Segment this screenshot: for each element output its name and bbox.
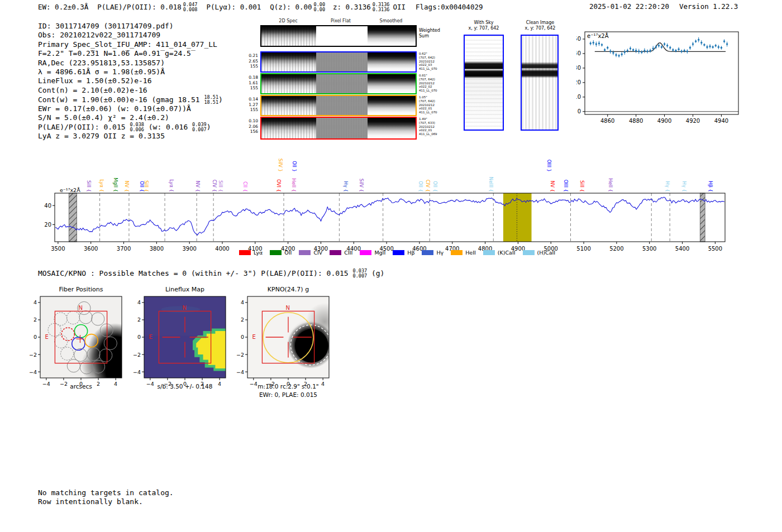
y-tick-label: 0 [34,334,37,340]
info-text: ) [218,95,223,104]
x-tick-label: 4900 [657,118,671,124]
spectral-line-label: SiII { [218,180,223,192]
spec2d-left-value: 2.06 [244,124,258,130]
header-sub: 0.3136 [373,7,390,12]
y-tick-label: −4 [133,369,141,375]
header-text: Q(z): 0.00 [270,3,312,11]
y-tick-label: 4 [241,299,244,305]
kpno-cutout-xlabel: m:18.0 rc:2.9" s:0.1" [239,383,338,390]
clean-image-xy: x, y: 707, 642 [515,26,565,31]
with-sky-image [464,35,504,131]
info-sub: 18.51 [204,100,218,105]
spec2d-right-value: 411_LL_070 [419,67,446,71]
spec2d-weighted-smoothed-strip [368,26,416,46]
data-point [649,50,651,51]
y-tick-label: 40 [44,203,51,209]
y-tick-label: 0 [241,334,244,340]
legend-swatch [270,250,282,255]
spectral-line-label: SiIV } [278,159,283,172]
spec2d-row-left-labels: 0.102.06156 [244,118,258,135]
map-smudge [161,306,200,313]
spec2d-left-value: 1.61 [244,80,258,86]
legend-swatch [330,250,341,255]
spectral-line-label: Lyα { [99,179,104,192]
spectral-line-label: SiIV { [359,179,364,192]
spec2d-left-value: 156 [244,129,258,135]
info-text: Primary Spec_Slot_IFU_AMP: 411_014_077_L… [38,40,217,49]
data-point [686,50,688,52]
line-fit-inset-chart: 4860488049004920494001020304050e⁻¹⁷x2Å [576,23,772,130]
fiber-positions-plot: NE−4−4−2−2002244 [22,290,141,388]
spectral-line-label: Hγ { [681,181,687,192]
with-sky-xy: x, y: 707, 642 [458,26,509,31]
clean-image-title-text: Clean Image [515,20,565,26]
data-point [721,47,722,49]
spec2d-2d-strip [261,52,316,71]
data-point [624,51,626,53]
data-point [621,54,623,55]
spec2d-row [260,51,417,73]
spec2d-right-value: 411_LL_070 [419,111,446,114]
spec2d-smoothed-strip [368,96,416,115]
cutout-content: NE [40,296,141,388]
spectral-line-label: CIV { [212,180,217,192]
x-tick-label: 3900 [182,246,196,252]
spec2d-left-value: 155 [244,85,258,91]
spec2d-right-value: (707, 642) [419,99,446,103]
spec2d-left-value: 1.27 [244,102,258,108]
spectrum-line [55,197,724,235]
spec2d-2d-strip [261,96,316,115]
header-text: EW: 0.2±0.3Å [38,3,88,11]
legend-label: Hβ [407,250,414,256]
spectral-line-label: OIII } [546,160,552,172]
spec2d-right-value: (707, 642) [419,78,446,82]
spectral-line-label: CIV { [425,180,431,192]
footer-line-1: No matching targets in catalog. [38,488,174,497]
y-tick-label: 20 [44,222,51,228]
spectral-line-label: SiII { [144,180,149,192]
info-stacked-value: 0.0380.006 [130,122,144,132]
info-text: Obs: 20210212v022_3011714709 [38,31,160,39]
data-point [652,47,654,49]
data-point [678,48,679,50]
info-line: Primary Spec_Slot_IFU_AMP: 411_014_077_L… [38,40,223,49]
y-tick-label: −4 [236,369,244,375]
spec2d-header-smoothed: Smoothed [366,18,416,23]
data-point [664,43,665,45]
spec2d-right-value: 411_LL_069 [419,132,446,136]
data-point [615,54,617,56]
mosaic-text: (g) [367,269,384,277]
y-tick-label: 2 [34,317,37,323]
data-point [641,51,642,53]
data-point [589,42,591,44]
info-line: Cont(n) = 2.10(±0.02)e-16 [38,86,223,95]
legend-swatch [451,250,462,255]
data-point [712,46,713,48]
spec2d-left-value: 0.21 [244,53,258,59]
north-indicator: N [78,305,82,311]
spectral-line-label: OII { [418,181,423,192]
data-point [698,39,699,41]
legend-swatch [299,250,311,255]
info-text: λ = 4896.61Å σ = 1.98(±0.95)Å [38,68,165,76]
info-stacked-value: 0.0390.007 [192,122,207,132]
y-tick-label: −2 [133,352,141,358]
spec2d-pixelflat-strip [316,118,368,138]
footer-line-2: Row intentionally blank. [38,497,174,506]
legend-item: HeII [451,250,476,256]
info-line: F=2.2" T=0.2̅31 N=1.0̅6 A=0.91̅ g=24.5̅ [38,49,223,58]
spec2d-right-value: v022_03 [419,63,446,67]
x-tick-label: 5300 [642,246,656,252]
spectral-line-label: OII { [432,181,438,192]
legend-item: (H)CaII [523,250,556,256]
info-line: RA,Dec (223.951813,53.135857) [38,59,223,68]
info-text: ) [207,123,211,131]
data-point [658,45,660,46]
north-indicator: N [182,305,186,311]
info-line: LineFlux = 1.50(±0.52)e-16 [38,76,223,85]
clean-image [521,35,559,131]
legend-swatch [483,250,495,255]
with-sky-title: With Sky x, y: 707, 642 [458,20,509,31]
info-text: Cont(w) = 1.90(±0.00)e-16 (gmag 18.51 [38,95,204,104]
info-sub: 0.007 [192,127,207,132]
